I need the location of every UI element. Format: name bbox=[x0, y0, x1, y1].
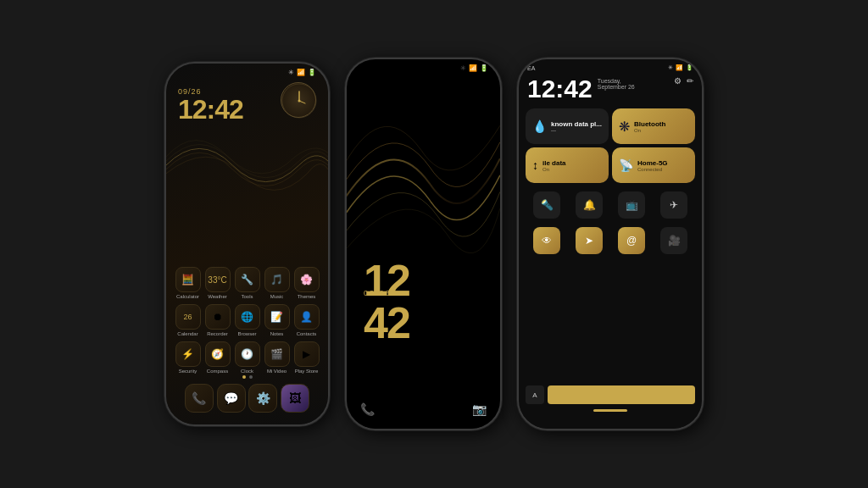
edit-icon[interactable]: ✏ bbox=[687, 76, 693, 86]
app-notes[interactable]: 📝 Notes bbox=[263, 304, 292, 336]
playstore-icon: ▶ bbox=[294, 341, 320, 367]
status-icons-2: ✳ 📶 🔋 bbox=[460, 64, 488, 72]
phone-3: EA ✳ 📶 🔋 12:42 Tuesday, September 26 ⚙ ✏ bbox=[517, 58, 704, 430]
camera-icon[interactable]: 📷 bbox=[472, 402, 487, 417]
wave-art-1 bbox=[166, 114, 328, 216]
app-playstore[interactable]: ▶ Play Store bbox=[292, 341, 321, 374]
compass-icon: 🧭 bbox=[205, 341, 231, 367]
dot-1 bbox=[242, 375, 246, 379]
phone-icon[interactable]: 📞 bbox=[360, 402, 375, 417]
dock-settings[interactable]: ⚙️ bbox=[248, 384, 277, 413]
tile-mobile-data[interactable]: ↕ ile data On bbox=[526, 147, 609, 183]
account-btn[interactable]: @ bbox=[618, 227, 645, 254]
recorder-icon: ⏺ bbox=[205, 304, 231, 330]
eye-btn[interactable]: 👁 bbox=[533, 227, 560, 254]
video-btn[interactable]: 🎥 bbox=[660, 227, 687, 254]
contacts-icon: 👤 bbox=[294, 304, 320, 330]
app-browser[interactable]: 🌐 Browser bbox=[233, 304, 262, 336]
app-grid: 🧮 Calculator 33°C Weather 🔧 Tools 🎵 Musi… bbox=[173, 267, 321, 374]
app-tools[interactable]: 🔧 Tools bbox=[233, 267, 262, 299]
phone3-time-block: 12:42 Tuesday, September 26 ⚙ ✏ bbox=[519, 73, 702, 105]
app-themes[interactable]: 🌸 Themes bbox=[292, 267, 321, 299]
dock-gallery[interactable]: 🖼 bbox=[281, 384, 309, 413]
phone2-time: 12 42 bbox=[364, 260, 409, 344]
location-btn[interactable]: ➤ bbox=[576, 227, 603, 254]
calendar-icon: 26 bbox=[175, 304, 201, 330]
bluetooth-icon: ❋ bbox=[619, 119, 630, 135]
svg-point-3 bbox=[298, 100, 301, 103]
app-mivideo[interactable]: 🎬 Mi Video bbox=[263, 341, 292, 374]
app-security[interactable]: ⚡ Security bbox=[174, 341, 203, 374]
ctrl-row-1: 💧 known data pl... — ❋ Bluetooth On bbox=[526, 108, 695, 144]
app-contacts[interactable]: 👤 Contacts bbox=[292, 304, 321, 336]
phone-3-screen: EA ✳ 📶 🔋 12:42 Tuesday, September 26 ⚙ ✏ bbox=[519, 59, 702, 429]
app-clock[interactable]: 🕐 Clock bbox=[233, 341, 262, 374]
phone3-settings-icons: ⚙ ✏ bbox=[674, 76, 693, 86]
app-row-2: 26 Calendar ⏺ Recorder 🌐 Browser 📝 Notes… bbox=[173, 304, 321, 336]
keyboard-area: A bbox=[526, 385, 695, 412]
clock-icon: 🕐 bbox=[235, 341, 260, 367]
app-weather[interactable]: 33°C Weather bbox=[203, 267, 232, 299]
settings-icon[interactable]: ⚙ bbox=[674, 76, 682, 86]
tile-bluetooth[interactable]: ❋ Bluetooth On bbox=[612, 108, 695, 144]
status-bar-3: EA ✳ 📶 🔋 bbox=[519, 59, 702, 73]
dock-phone[interactable]: 📞 bbox=[185, 384, 214, 413]
control-grid: 💧 known data pl... — ❋ Bluetooth On bbox=[519, 105, 702, 186]
phone3-clock: 12:42 bbox=[527, 76, 593, 102]
security-icon: ⚡ bbox=[175, 341, 201, 367]
ctrl-row-2: ↕ ile data On 📡 Home-5G Connected bbox=[526, 147, 695, 183]
calculator-icon: 🧮 bbox=[175, 267, 201, 292]
data-drop-icon: 💧 bbox=[532, 119, 547, 133]
tile-data-plan[interactable]: 💧 known data pl... — bbox=[526, 108, 609, 144]
page-dots bbox=[166, 375, 328, 379]
keyboard-letter-a: A bbox=[526, 385, 544, 404]
dock: 📞 💬 ⚙️ 🖼 bbox=[166, 384, 328, 413]
text-input[interactable] bbox=[548, 385, 695, 404]
mivideo-icon: 🎬 bbox=[264, 341, 290, 367]
app-row-3: ⚡ Security 🧭 Compass 🕐 Clock 🎬 Mi Video … bbox=[173, 341, 321, 374]
phone2-time-bot: 42 bbox=[364, 302, 409, 344]
status-icons-3: ✳ 📶 🔋 bbox=[668, 64, 693, 71]
phone-1-screen: ✳ 📶 🔋 09/26 12:42 bbox=[166, 64, 328, 424]
music-icon: 🎵 bbox=[264, 267, 290, 292]
quick-row-1: 🔦 🔔 📺 ✈ bbox=[519, 188, 702, 222]
status-bar-1: ✳ 📶 🔋 bbox=[166, 64, 328, 78]
app-music[interactable]: 🎵 Music bbox=[263, 267, 292, 299]
app-recorder[interactable]: ⏺ Recorder bbox=[203, 304, 232, 336]
status-bar-2: ✳ 📶 🔋 bbox=[347, 59, 500, 74]
status-icons-1: ✳ 📶 🔋 bbox=[288, 69, 316, 76]
themes-icon: 🌸 bbox=[294, 267, 320, 292]
dock-messages[interactable]: 💬 bbox=[217, 384, 246, 413]
phone-2: ✳ 📶 🔋 09/26 12 42 bbox=[345, 58, 502, 430]
airplane-btn[interactable]: ✈ bbox=[660, 191, 687, 219]
nav-bar bbox=[526, 409, 695, 412]
tools-icon: 🔧 bbox=[235, 267, 260, 292]
carrier: EA bbox=[527, 65, 535, 71]
quick-row-2: 👁 ➤ @ 🎥 bbox=[519, 224, 702, 258]
tile-home-5g[interactable]: 📡 Home-5G Connected bbox=[612, 147, 695, 183]
browser-icon: 🌐 bbox=[235, 304, 260, 330]
input-row: A bbox=[526, 385, 695, 404]
phone-1: ✳ 📶 🔋 09/26 12:42 bbox=[164, 62, 330, 426]
notes-icon: 📝 bbox=[264, 304, 290, 330]
dot-2 bbox=[249, 375, 253, 379]
analog-clock bbox=[281, 82, 316, 118]
weather-icon: 33°C bbox=[205, 267, 231, 292]
phone3-date-info: Tuesday, September 26 bbox=[598, 76, 635, 90]
nav-indicator bbox=[593, 409, 627, 412]
app-compass[interactable]: 🧭 Compass bbox=[203, 341, 232, 374]
flashlight-btn[interactable]: 🔦 bbox=[533, 191, 560, 219]
app-row-1: 🧮 Calculator 33°C Weather 🔧 Tools 🎵 Musi… bbox=[173, 267, 321, 299]
mobile-data-icon: ↕ bbox=[532, 158, 538, 172]
app-calculator[interactable]: 🧮 Calculator bbox=[174, 267, 203, 299]
phone2-time-top: 12 bbox=[364, 260, 409, 302]
phone-2-screen: ✳ 📶 🔋 09/26 12 42 bbox=[347, 59, 500, 429]
wifi-icon: 📡 bbox=[619, 158, 633, 172]
screencast-btn[interactable]: 📺 bbox=[618, 191, 645, 219]
app-calendar[interactable]: 26 Calendar bbox=[174, 304, 203, 336]
notification-btn[interactable]: 🔔 bbox=[576, 191, 603, 219]
